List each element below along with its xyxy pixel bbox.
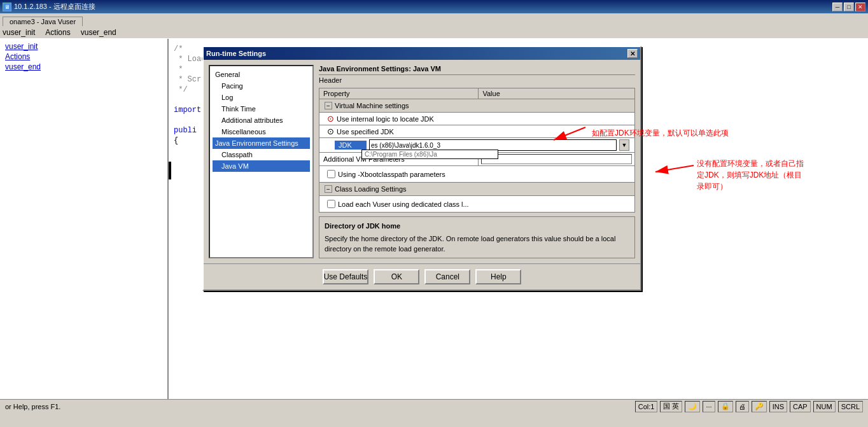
radio1-row: ⊙ Use internal logic to locate JDK [319, 113, 635, 125]
tree-item-vuser-end[interactable]: vuser_end [0, 62, 167, 72]
jdk-dropdown-list: C:\Program Files (x86)\Ja [361, 150, 498, 159]
dt-miscellaneous[interactable]: Miscellaneous [213, 126, 310, 137]
ok-button[interactable]: OK [374, 269, 419, 284]
dialog-title-bar: Run-time Settings ✕ [204, 47, 640, 60]
header-label: Header [319, 76, 635, 84]
vm-section-label: Virtual Machine settings [335, 102, 409, 109]
menu-bar: vuser_init Actions vuser_end [0, 26, 868, 39]
jdk-label: JDK [335, 141, 367, 150]
dt-java-vm[interactable]: Java VM [213, 160, 310, 172]
title-bar-buttons[interactable]: ─ □ ✕ [832, 3, 865, 11]
desc-title: Directory of JDK home [325, 221, 629, 231]
status-key-icon: 🔑 [752, 401, 767, 412]
desc-text: Specify the home directory of the JDK. O… [325, 234, 629, 254]
maximize-button[interactable]: □ [844, 3, 854, 11]
vm-header-row: − Virtual Machine settings [319, 99, 635, 113]
title-bar: 🖥 10.1.2.183 - 远程桌面连接 ─ □ ✕ [0, 0, 868, 13]
dedicated-class-checkbox[interactable] [327, 200, 335, 208]
jdk-dropdown-item-1[interactable]: C:\Program Files (x86)\Ja [362, 150, 498, 158]
property-table: Property Value − Virtual Machine setting… [319, 88, 635, 213]
dialog-right-panel: Java Environment Settings: Java VM Heade… [319, 65, 635, 258]
dt-java-env[interactable]: Java Environment Settings [213, 137, 310, 149]
col-value: Value [479, 88, 635, 99]
status-cap: CAP [790, 401, 811, 412]
status-right: Col:1 国 英 🌙 ··· 🔒 🖨 🔑 INS CAP NUM SCRL [635, 401, 863, 412]
section-title: Java Environment Settings: Java VM [319, 65, 635, 75]
dialog-tree: General Pacing Log Think Time Additional… [209, 65, 314, 258]
app-icon: 🖥 [3, 3, 11, 11]
dialog-body: General Pacing Log Think Time Additional… [204, 60, 640, 263]
additional-vm-value-cell[interactable] [479, 153, 635, 166]
radio2-row: ⊙ Use specified JDK [319, 125, 635, 138]
class-loading-header: − Class Loading Settings [322, 184, 632, 194]
radio2-indicator: ⊙ [327, 127, 334, 136]
dialog-buttons: Use Defaults OK Cancel Help [204, 263, 640, 290]
checkbox1-row: Using -Xbootclasspath parameters [319, 166, 635, 183]
status-lang: 国 英 [660, 401, 682, 412]
status-print-icon: 🖨 [736, 401, 749, 412]
dt-pacing[interactable]: Pacing [213, 80, 310, 92]
dialog-title-text: Run-time Settings [206, 50, 266, 57]
tree-item-vuser-init[interactable]: vuser_init [0, 41, 167, 52]
status-help: or Help, press F1. [5, 403, 625, 410]
class-loading-header-row: − Class Loading Settings [319, 183, 635, 196]
cancel-button[interactable]: Cancel [424, 269, 470, 284]
jdk-row: JDK es (x86)\Java\jdk1.6.0_3 ▼ C:\Progra… [319, 138, 635, 153]
collapse-vm-btn[interactable]: − [325, 102, 332, 109]
collapse-classload-btn[interactable]: − [325, 185, 332, 193]
menu-actions[interactable]: Actions [45, 28, 70, 37]
main-tab[interactable]: oname3 - Java Vuser [3, 17, 83, 26]
xboot-checkbox-container[interactable]: Using -Xbootclasspath parameters [322, 167, 632, 181]
xboot-label: Using -Xbootclasspath parameters [338, 171, 445, 178]
menu-vuser-init[interactable]: vuser_init [3, 28, 35, 37]
menu-vuser-end[interactable]: vuser_end [81, 28, 116, 37]
use-defaults-button[interactable]: Use Defaults [323, 269, 369, 284]
radio2-label: Use specified JDK [337, 128, 394, 136]
jdk-dropdown-btn[interactable]: ▼ [619, 139, 629, 151]
status-moon-icon: 🌙 [685, 401, 700, 412]
status-lock-icon: 🔒 [718, 401, 733, 412]
runtime-settings-dialog: Run-time Settings ✕ General Pacing Log T… [202, 46, 641, 291]
status-col: Col:1 [635, 401, 658, 412]
file-tree: vuser_init Actions vuser_end [0, 39, 169, 413]
title-bar-left: 🖥 10.1.2.183 - 远程桌面连接 [3, 2, 95, 11]
dedicated-class-container[interactable]: Load each Vuser using dedicated class l.… [322, 197, 632, 211]
class-loading-label: Class Loading Settings [335, 185, 407, 193]
tab-bar: oname3 - Java Vuser [0, 13, 868, 26]
desc-box: Directory of JDK home Specify the home d… [319, 216, 635, 258]
dt-general[interactable]: General [213, 69, 310, 80]
dt-log[interactable]: Log [213, 92, 310, 103]
status-dots: ··· [703, 401, 715, 412]
xboot-checkbox[interactable] [327, 170, 335, 178]
radio1-label: Use internal logic to locate JDK [337, 115, 434, 123]
radio2-container[interactable]: ⊙ Use specified JDK [322, 125, 632, 137]
status-bar: or Help, press F1. Col:1 国 英 🌙 ··· 🔒 🖨 🔑… [0, 399, 868, 413]
dedicated-class-label: Load each Vuser using dedicated class l.… [338, 200, 469, 208]
additional-vm-input[interactable] [481, 154, 632, 164]
line-indicator2 [169, 171, 171, 179]
help-button[interactable]: Help [475, 269, 521, 284]
status-scrl: SCRL [838, 401, 863, 412]
radio1-container[interactable]: ⊙ Use internal logic to locate JDK [322, 113, 632, 125]
checkbox2-row: Load each Vuser using dedicated class l.… [319, 196, 635, 213]
dt-think-time[interactable]: Think Time [213, 103, 310, 115]
dt-classpath[interactable]: Classpath [213, 149, 310, 160]
tree-item-actions[interactable]: Actions [0, 52, 167, 62]
title-bar-text: 10.1.2.183 - 远程桌面连接 [14, 2, 95, 11]
status-ins: INS [769, 401, 787, 412]
dialog-close-button[interactable]: ✕ [627, 49, 638, 58]
radio1-selected-indicator: ⊙ [327, 114, 334, 123]
close-button[interactable]: ✕ [855, 3, 865, 11]
minimize-button[interactable]: ─ [832, 3, 843, 11]
status-num: NUM [813, 401, 836, 412]
vm-section-header: − Virtual Machine settings [322, 101, 632, 111]
line-indicator [169, 162, 171, 171]
dt-additional-attrs[interactable]: Additional attributes [213, 115, 310, 126]
col-property: Property [319, 88, 479, 99]
